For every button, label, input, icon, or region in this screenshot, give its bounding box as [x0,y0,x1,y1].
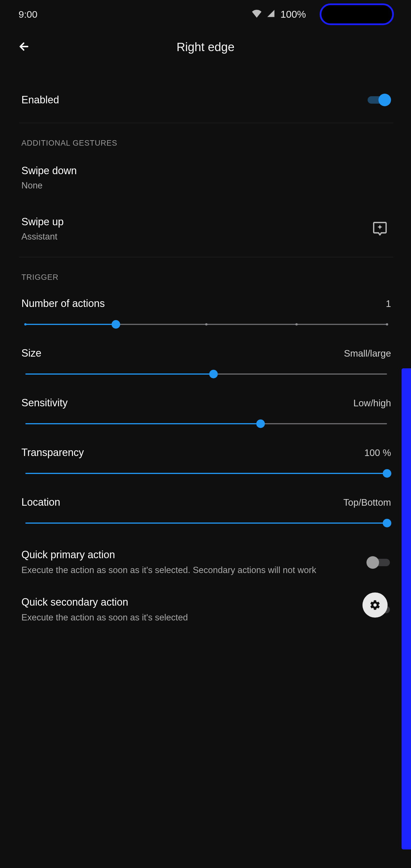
quick-primary-sub: Execute the action as soon as it's selec… [22,564,355,576]
slider-transparency-value: 100 % [364,447,391,458]
cellular-icon [266,9,275,20]
slider-sensitivity[interactable]: Sensitivity Low/high [22,388,391,438]
assistant-icon [372,220,388,238]
slider-number-of-actions[interactable]: Number of actions 1 [22,289,391,339]
slider-size-value: Small/large [344,348,391,359]
status-pill [320,3,394,25]
slider-transparency[interactable]: Transparency 100 % [22,438,391,488]
slider-location-value: Top/Bottom [343,497,391,508]
slider-size-track[interactable] [25,373,387,375]
right-edge-handle[interactable] [402,368,411,849]
slider-location-title: Location [22,496,60,508]
quick-secondary-action[interactable]: Quick secondary action Execute the actio… [22,585,391,632]
section-trigger: Trigger [22,273,391,282]
battery-percent: 100% [280,8,306,20]
slider-sensitivity-value: Low/high [353,398,391,409]
statusbar: 9:00 100% [0,0,411,29]
enabled-label: Enabled [22,94,59,106]
swipe-down-sub: None [22,180,77,192]
gear-icon[interactable] [362,592,388,618]
quick-secondary-sub: Execute the action as soon as it's selec… [22,612,355,624]
quick-secondary-title: Quick secondary action [22,596,355,608]
enabled-row[interactable]: Enabled [22,80,391,120]
enabled-switch[interactable] [367,93,391,106]
slider-actions-track[interactable] [25,324,387,325]
swipe-down-setting[interactable]: Swipe down None [22,155,391,202]
section-additional-gestures: Additional gestures [22,139,391,148]
slider-actions-value: 1 [386,299,391,309]
quick-primary-action[interactable]: Quick primary action Execute the action … [22,537,391,585]
slider-location-track[interactable] [25,523,387,524]
swipe-up-title: Swipe up [22,216,64,228]
slider-sensitivity-track[interactable] [25,423,387,424]
slider-location[interactable]: Location Top/Bottom [22,488,391,537]
slider-sensitivity-title: Sensitivity [22,397,68,409]
slider-size-title: Size [22,347,41,359]
swipe-down-title: Swipe down [22,165,77,177]
back-icon[interactable] [16,40,29,55]
page-title: Right edge [0,40,411,54]
quick-primary-title: Quick primary action [22,549,355,561]
wifi-icon [252,8,261,20]
slider-size[interactable]: Size Small/large [22,339,391,388]
quick-primary-switch[interactable] [367,556,391,569]
swipe-up-setting[interactable]: Swipe up Assistant [22,202,391,254]
status-right: 100% [252,3,394,25]
status-time: 9:00 [19,9,37,20]
slider-transparency-track[interactable] [25,473,387,474]
appbar: Right edge [0,29,411,66]
divider [19,123,393,123]
slider-actions-title: Number of actions [22,298,105,310]
slider-transparency-title: Transparency [22,446,84,459]
swipe-up-sub: Assistant [22,231,64,243]
